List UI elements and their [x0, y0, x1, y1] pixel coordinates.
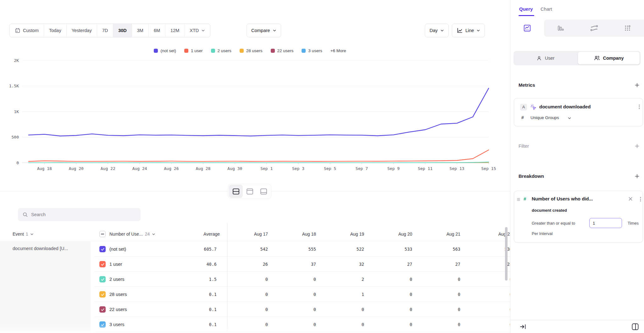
event-group-cell[interactable]: document downloaded [U...: [0, 242, 91, 333]
day-value: 0: [478, 302, 510, 317]
series-line-1-user: [29, 150, 489, 161]
check-icon: [101, 247, 105, 251]
user-icon: [536, 55, 542, 61]
metric-letter-badge: A: [520, 104, 527, 111]
metric-event-name[interactable]: document downloaded: [539, 104, 591, 109]
y-axis-label: 1.5K: [9, 84, 19, 88]
flow-chart-icon: [590, 24, 598, 32]
chevron-down-icon: [30, 232, 34, 236]
per-interval-label: Per Interval: [532, 231, 552, 236]
y-axis-label: 1K: [14, 109, 19, 114]
calendar-icon: [15, 28, 20, 33]
range-xtd[interactable]: XTD: [185, 24, 210, 37]
range-6m[interactable]: 6M: [149, 24, 165, 37]
chart-type-grid-tab[interactable]: [611, 19, 644, 37]
range-7d[interactable]: 7D: [97, 24, 114, 37]
condition-label: Greater than or equal to: [532, 221, 575, 226]
chevron-down-icon: [273, 29, 276, 32]
series-count: 24: [145, 227, 150, 241]
day-value: 0: [330, 302, 364, 317]
day-value: 0: [281, 272, 316, 287]
row-checkbox[interactable]: [99, 261, 106, 267]
scope-user-option[interactable]: User: [514, 52, 576, 64]
condition-value-input[interactable]: [589, 218, 622, 228]
event-count: 1: [26, 227, 28, 241]
chart-type-dropdown[interactable]: Line: [452, 24, 485, 37]
kebab-menu-icon[interactable]: [638, 196, 643, 202]
layout-table-only-button[interactable]: [257, 185, 270, 198]
add-filter-button[interactable]: [634, 143, 641, 150]
row-checkbox[interactable]: [99, 291, 106, 298]
x-axis-label: Sep 11: [418, 166, 433, 171]
chevron-down-icon: [476, 29, 480, 32]
interval-dropdown[interactable]: Day: [425, 24, 449, 37]
average-value: 1.5: [182, 272, 217, 287]
series-label: 28 users: [109, 287, 127, 302]
chevron-down-icon: [440, 29, 444, 32]
tab-chart[interactable]: Chart: [541, 6, 552, 12]
breakdown-card[interactable]: # Number of Users who did... document cr…: [514, 191, 643, 243]
range-12m[interactable]: 12M: [165, 24, 185, 37]
series-label: (not set): [109, 242, 126, 257]
range-3m[interactable]: 3M: [132, 24, 149, 37]
range-yesterday[interactable]: Yesterday: [67, 24, 97, 37]
kebab-menu-icon[interactable]: [637, 104, 642, 110]
metric-card[interactable]: A document downloaded # Unique Groups: [514, 98, 643, 126]
range-today[interactable]: Today: [44, 24, 67, 37]
toggle-panel-icon[interactable]: [631, 323, 639, 331]
y-axis-label: 0: [16, 161, 19, 165]
scope-company-option[interactable]: Company: [578, 52, 640, 64]
main-content: CustomTodayYesterday7D30D3M6M12MXTD Comp…: [0, 0, 510, 333]
add-breakdown-button[interactable]: [634, 173, 641, 180]
x-axis-label: Sep 13: [450, 166, 464, 171]
breakdown-title[interactable]: Number of Users who did...: [532, 196, 593, 201]
compare-button[interactable]: Compare: [247, 24, 281, 37]
drag-handle-icon[interactable]: [516, 197, 521, 202]
company-icon: [594, 55, 600, 61]
tab-query[interactable]: Query: [519, 6, 533, 12]
date-column-header: Aug 21: [426, 227, 460, 241]
collapse-panel-icon[interactable]: [519, 323, 527, 330]
event-column-header[interactable]: Event 1: [13, 227, 34, 241]
select-all-checkbox[interactable]: [99, 231, 106, 237]
row-checkbox[interactable]: [99, 246, 106, 252]
row-checkbox[interactable]: [99, 306, 106, 313]
day-value: 1: [330, 287, 364, 302]
check-icon: [101, 308, 105, 312]
series-line-2-users: [29, 162, 489, 163]
chart-type-flow-tab[interactable]: [577, 19, 611, 37]
day-value: 0: [281, 302, 316, 317]
range-30d[interactable]: 30D: [113, 24, 132, 37]
layout-split-button[interactable]: [229, 185, 243, 198]
filter-heading: Filter: [519, 143, 529, 149]
day-value: 555: [281, 242, 316, 257]
close-icon[interactable]: [628, 196, 633, 201]
plus-icon: [634, 173, 640, 179]
plus-icon: [634, 143, 640, 149]
search-input[interactable]: [31, 212, 125, 217]
condition-suffix: Times: [628, 221, 639, 226]
chevron-down-icon: [201, 29, 205, 32]
breakdown-event-name[interactable]: document created: [532, 208, 567, 213]
average-value: 0.1: [182, 287, 217, 302]
series-column-header[interactable]: Number of Use... 24: [109, 227, 155, 241]
range-custom[interactable]: Custom: [10, 24, 44, 37]
chart-type-line-tab[interactable]: [510, 19, 544, 37]
add-metric-button[interactable]: [634, 82, 641, 89]
sidebar-bottom-bar: [510, 320, 644, 333]
day-value: 542: [233, 242, 268, 257]
row-checkbox[interactable]: [99, 276, 106, 282]
row-checkbox[interactable]: [99, 321, 106, 328]
table-vertical-scrollbar[interactable]: [505, 227, 508, 281]
line-chart-icon: [523, 24, 531, 32]
x-axis-label: Aug 30: [227, 166, 242, 171]
layout-chart-only-button[interactable]: [243, 185, 257, 198]
measure-hash-icon: #: [521, 115, 524, 120]
day-value: 0: [378, 272, 412, 287]
chart-type-bar-tab[interactable]: [544, 19, 578, 37]
x-axis-label: Aug 24: [132, 166, 147, 171]
table-row: 3 users0.1000000: [94, 317, 510, 332]
x-axis-label: Aug 18: [37, 166, 52, 171]
measure-dropdown[interactable]: Unique Groups: [530, 115, 559, 120]
grid-dots-icon: [624, 24, 631, 32]
